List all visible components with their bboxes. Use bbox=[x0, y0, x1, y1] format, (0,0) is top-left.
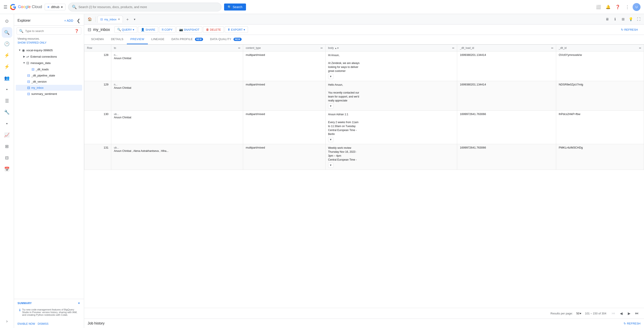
col-body-resize[interactable]: ⇔ bbox=[452, 46, 454, 50]
project-star-button[interactable]: ☆ bbox=[74, 48, 77, 52]
tab-action-info[interactable]: ℹ bbox=[612, 16, 618, 23]
tab-label: my_inbox bbox=[104, 18, 116, 21]
sidebar-item-dot1[interactable]: • bbox=[2, 84, 12, 95]
body-expand-button[interactable]: ▼ bbox=[328, 137, 334, 142]
sidebar-expand-btn[interactable]: › bbox=[2, 316, 12, 326]
tree-table-summary-sentiment[interactable]: ⊟ summary_sentiment ☆ ⋮ bbox=[16, 91, 82, 97]
snapshot-button[interactable]: 📷 SNAPSHOT bbox=[176, 26, 202, 33]
sidebar-item-dashboard[interactable]: ⊞ bbox=[2, 141, 12, 152]
sidebar-item-people[interactable]: 👥 bbox=[2, 73, 12, 83]
col-body-sort[interactable]: ▲▼ bbox=[335, 47, 339, 49]
tree-external-connections[interactable]: ▶ ⇌ External connections ⋮ bbox=[16, 54, 82, 60]
global-search-input[interactable] bbox=[78, 5, 218, 9]
explorer-search-input[interactable] bbox=[25, 29, 73, 33]
per-page-value[interactable]: 50 ▾ bbox=[576, 312, 581, 315]
tab-preview[interactable]: PREVIEW bbox=[127, 35, 148, 44]
user-avatar[interactable]: U bbox=[632, 3, 640, 11]
tab-details[interactable]: DETAILS bbox=[108, 35, 127, 44]
tab-action-fullscreen[interactable]: ⛶ bbox=[635, 16, 642, 23]
tree-table-dlt-pipeline-state[interactable]: ⊟ _dlt_pipeline_state ☆ ⋮ bbox=[16, 72, 82, 78]
sidebar-item-schedule[interactable]: 📅 bbox=[2, 164, 12, 174]
tab-close-button[interactable]: ✕ bbox=[118, 18, 120, 21]
tree-project-item[interactable]: ▼ ◉ vocal-inquiry-399605 ☆ ⋮ bbox=[16, 47, 82, 53]
my-inbox-star-btn[interactable]: ☆ bbox=[74, 86, 77, 90]
project-selector[interactable]: dlthub ▾ bbox=[45, 4, 66, 10]
last-page-button[interactable]: ⏭ bbox=[634, 310, 640, 317]
sidebar-item-tools[interactable]: 🔧 bbox=[2, 107, 12, 118]
sidebar-item-dot2[interactable]: • bbox=[2, 118, 12, 129]
tab-schema[interactable]: SCHEMA bbox=[88, 35, 108, 44]
copy-button[interactable]: ⎘ COPY bbox=[159, 26, 176, 33]
tree-table-dlt-version[interactable]: ⊟ _dlt_version ☆ ⋮ bbox=[16, 79, 82, 84]
col-dltid-resize[interactable]: ⇔ bbox=[639, 46, 641, 50]
enable-now-button[interactable]: ENABLE NOW bbox=[18, 322, 35, 325]
data-quality-label: DATA QUALITY bbox=[210, 38, 231, 41]
dlt-version-star-btn[interactable]: ☆ bbox=[74, 80, 77, 84]
sidebar-item-list[interactable]: ☰ bbox=[2, 96, 12, 106]
home-tab-icon[interactable]: 🏠 bbox=[86, 15, 94, 23]
per-page-selector[interactable]: 50 ▾ bbox=[576, 312, 581, 315]
tab-data-quality[interactable]: DATA QUALITY NEW bbox=[206, 35, 245, 44]
my-inbox-more-btn[interactable]: ⋮ bbox=[77, 86, 80, 90]
query-button[interactable]: 🔍 QUERY ▾ bbox=[114, 26, 137, 33]
toolbar-refresh-button[interactable]: ↻ REFRESH bbox=[618, 27, 640, 33]
sidebar-item-search[interactable]: 🔍 bbox=[2, 27, 12, 38]
terminal-icon-btn[interactable]: ⬜ bbox=[594, 3, 603, 12]
body-expand-button[interactable]: ▼ bbox=[328, 104, 334, 109]
ext-conn-toggle[interactable]: ▶ bbox=[22, 54, 26, 59]
col-ct-resize[interactable]: ⇔ bbox=[320, 46, 323, 50]
body-expand-button[interactable]: ▼ bbox=[328, 74, 334, 79]
sidebar-item-monitoring[interactable]: 📈 bbox=[2, 130, 12, 140]
dismiss-button[interactable]: DISMISS bbox=[38, 322, 48, 325]
tab-action-terminal[interactable]: 🖥 bbox=[604, 16, 611, 23]
sidebar-item-tables[interactable]: ⊟ bbox=[2, 152, 12, 163]
dlt-loads-more-button[interactable]: ⋮ bbox=[77, 68, 80, 71]
hamburger-menu[interactable]: ☰ bbox=[4, 4, 8, 10]
project-more-button[interactable]: ⋮ bbox=[77, 48, 80, 52]
tree-table-my-inbox[interactable]: ⊟ my_inbox ☆ ⋮ bbox=[16, 85, 82, 91]
search-button[interactable]: 🔍 Search bbox=[224, 4, 246, 10]
job-history-refresh-button[interactable]: ↻ REFRESH bbox=[624, 322, 640, 325]
tab-action-light[interactable]: 💡 bbox=[627, 16, 634, 23]
dlt-loads-star-button[interactable]: ☆ bbox=[74, 68, 77, 71]
pipeline-more-btn[interactable]: ⋮ bbox=[77, 74, 80, 77]
add-resource-button[interactable]: + ADD bbox=[62, 18, 75, 24]
collapse-sidebar-button[interactable]: ❮ bbox=[77, 18, 80, 23]
tab-action-split[interactable]: ⊞ bbox=[620, 16, 626, 23]
more-options-btn[interactable]: ⋮ bbox=[623, 3, 632, 12]
pipeline-star-btn[interactable]: ☆ bbox=[74, 74, 77, 77]
help-icon-btn[interactable]: ❓ bbox=[613, 3, 622, 12]
summary-sentiment-star-btn[interactable]: ☆ bbox=[74, 92, 77, 96]
bell-icon-btn[interactable]: 🔔 bbox=[604, 3, 612, 12]
sidebar-item-starred[interactable]: ⚡ bbox=[2, 50, 12, 60]
tab-more-button[interactable]: ▾ bbox=[132, 16, 137, 23]
dlt-version-more-btn[interactable]: ⋮ bbox=[77, 80, 80, 84]
sidebar-item-history[interactable]: 🕐 bbox=[2, 38, 12, 49]
delete-button[interactable]: 🗑 DELETE bbox=[203, 26, 224, 33]
ext-conn-more-button[interactable]: ⋮ bbox=[77, 55, 80, 58]
prev-page-button[interactable]: ◀ bbox=[618, 310, 625, 317]
sidebar-item-home[interactable]: ⊙ bbox=[2, 16, 12, 26]
add-tab-button[interactable]: ＋ bbox=[124, 15, 131, 24]
tab-lineage[interactable]: LINEAGE bbox=[148, 35, 168, 44]
summary-sentiment-more-btn[interactable]: ⋮ bbox=[77, 92, 80, 96]
search-help-icon[interactable]: ❓ bbox=[74, 29, 79, 33]
tab-data-profile[interactable]: DATA PROFILE NEW bbox=[168, 35, 206, 44]
tree-dataset-messages-data[interactable]: ▼ ⊟ messages_data ☆ ⋮ bbox=[16, 60, 82, 66]
share-button[interactable]: 👤 SHARE bbox=[138, 26, 158, 33]
project-toggle[interactable]: ▼ bbox=[18, 48, 22, 52]
my-inbox-tab[interactable]: ⊟ my_inbox ✕ bbox=[98, 16, 123, 23]
sidebar-item-build[interactable]: ⚡ bbox=[2, 61, 12, 72]
next-page-button[interactable]: ▶ bbox=[626, 310, 632, 317]
body-expand-button[interactable]: ▼ bbox=[328, 162, 334, 168]
dataset-toggle[interactable]: ▼ bbox=[22, 61, 26, 65]
summary-header[interactable]: SUMMARY ▼ bbox=[18, 302, 80, 305]
col-loadid-resize[interactable]: ⇔ bbox=[551, 46, 553, 50]
tree-table-dlt-loads[interactable]: ⊟ _dlt_loads ☆ ⋮ bbox=[16, 66, 82, 72]
first-page-button[interactable]: ⏮ bbox=[610, 310, 617, 317]
show-starred-button[interactable]: SHOW STARRED ONLY bbox=[14, 41, 84, 46]
col-to-resize[interactable]: ⇔ bbox=[238, 46, 240, 50]
export-button[interactable]: ⬆ EXPORT ▾ bbox=[225, 26, 248, 33]
dataset-star-button[interactable]: ☆ bbox=[74, 61, 77, 65]
dataset-more-button[interactable]: ⋮ bbox=[77, 61, 80, 65]
